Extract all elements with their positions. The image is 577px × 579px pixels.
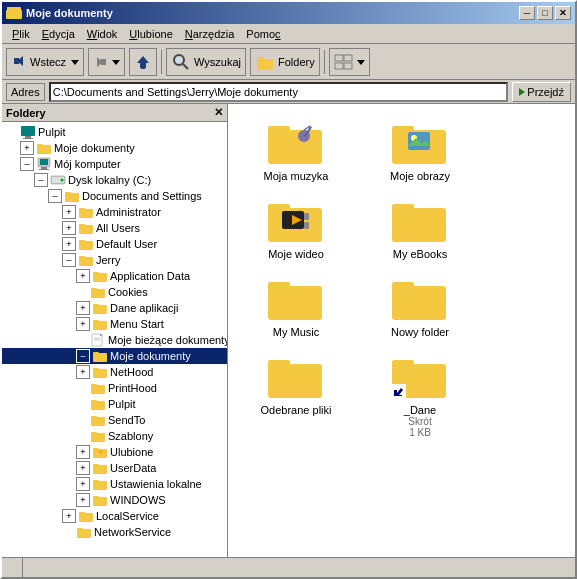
tree-item-moj-komputer[interactable]: – Mój komputer bbox=[2, 156, 227, 172]
folders-icon bbox=[255, 52, 275, 72]
up-button[interactable] bbox=[129, 48, 157, 76]
svg-rect-78 bbox=[268, 126, 290, 134]
search-btn-part[interactable]: Wyszukaj bbox=[167, 49, 245, 75]
menu-widok[interactable]: Widok bbox=[81, 26, 124, 42]
file-item-moje-obrazy[interactable]: Moje obrazy bbox=[360, 112, 480, 186]
view-icon bbox=[334, 54, 354, 70]
folders-btn-part[interactable]: Foldery bbox=[251, 49, 319, 75]
forward-btn-part[interactable] bbox=[89, 49, 124, 75]
my-music-label: My Music bbox=[273, 326, 319, 338]
file-item-moja-muzyka[interactable]: Moja muzyka bbox=[236, 112, 356, 186]
expand-moj-komputer[interactable]: – bbox=[20, 157, 34, 171]
svg-rect-72 bbox=[93, 496, 99, 499]
menu-edycja[interactable]: Edycja bbox=[36, 26, 81, 42]
tree-item-moje-dok-root[interactable]: + Moje dokumenty bbox=[2, 140, 227, 156]
svg-rect-53 bbox=[93, 352, 99, 355]
address-label: Adres bbox=[6, 83, 45, 101]
file-item-my-ebooks[interactable]: My eBooks bbox=[360, 190, 480, 264]
folder-panel-close[interactable]: ✕ bbox=[214, 106, 223, 119]
tree-item-doc-settings[interactable]: – Documents and Settings bbox=[2, 188, 227, 204]
tree-item-moje-dokumenty[interactable]: – Moje dokumenty bbox=[2, 348, 227, 364]
go-button[interactable]: Przejdź bbox=[512, 82, 571, 102]
tree-item-nethood[interactable]: + NetHood bbox=[2, 364, 227, 380]
expand-jerry[interactable]: – bbox=[62, 253, 76, 267]
forward-icon bbox=[93, 54, 109, 70]
menu-pomoc[interactable]: Pomoc bbox=[240, 26, 286, 42]
tree-item-printhood[interactable]: PrintHood bbox=[2, 380, 227, 396]
folders-button[interactable]: Foldery bbox=[250, 48, 320, 76]
folder-tree[interactable]: Pulpit + Moje dokumenty – bbox=[2, 122, 227, 557]
tree-item-administrator[interactable]: + Administrator bbox=[2, 204, 227, 220]
tree-item-local-service[interactable]: + LocalService bbox=[2, 508, 227, 524]
back-button[interactable]: Wstecz bbox=[7, 49, 83, 75]
expand-moje-dokumenty[interactable]: – bbox=[76, 349, 90, 363]
view-btn-part[interactable] bbox=[330, 49, 369, 75]
expand-local-service[interactable]: + bbox=[62, 509, 76, 523]
expand-windows[interactable]: + bbox=[76, 493, 90, 507]
tree-item-pulpit2[interactable]: Pulpit bbox=[2, 396, 227, 412]
expand-app-data[interactable]: + bbox=[76, 269, 90, 283]
expand-all-users[interactable]: + bbox=[62, 221, 76, 235]
tree-item-menu-start[interactable]: + Menu Start bbox=[2, 316, 227, 332]
expand-ulubione[interactable]: + bbox=[76, 445, 90, 459]
toolbar-sep-1 bbox=[161, 50, 162, 74]
tree-item-all-users[interactable]: + All Users bbox=[2, 220, 227, 236]
expand-dysk-c[interactable]: – bbox=[34, 173, 48, 187]
maximize-button[interactable]: □ bbox=[537, 6, 553, 20]
expand-userdata[interactable]: + bbox=[76, 461, 90, 475]
tree-item-moje-biezace[interactable]: Moje bieżące dokumenty bbox=[2, 332, 227, 348]
shortcut-icon bbox=[392, 384, 406, 398]
svg-rect-57 bbox=[91, 384, 97, 387]
tree-item-dysk-c[interactable]: – Dysk lokalny (C:) bbox=[2, 172, 227, 188]
tree-item-network-service[interactable]: NetworkService bbox=[2, 524, 227, 540]
back-label: Wstecz bbox=[30, 56, 66, 68]
tree-item-jerry[interactable]: – Jerry bbox=[2, 252, 227, 268]
file-item-odebrane[interactable]: Odebrane pliki bbox=[236, 346, 356, 442]
expand-doc-settings[interactable]: – bbox=[48, 189, 62, 203]
tree-item-dane-aplikacji[interactable]: + Dane aplikacji bbox=[2, 300, 227, 316]
tree-item-cookies[interactable]: Cookies bbox=[2, 284, 227, 300]
folder-icon-ustawienia bbox=[92, 477, 108, 491]
tree-item-szablony[interactable]: Szablony bbox=[2, 428, 227, 444]
back-arrow-icon bbox=[11, 53, 27, 71]
menu-ulubione[interactable]: Ulubione bbox=[123, 26, 178, 42]
minimize-button[interactable]: ─ bbox=[519, 6, 535, 20]
window-icon bbox=[6, 5, 22, 21]
svg-rect-35 bbox=[79, 224, 85, 227]
expand-moje-dok-root[interactable]: + bbox=[20, 141, 34, 155]
search-button[interactable]: Wyszukaj bbox=[166, 48, 246, 76]
address-input[interactable] bbox=[49, 82, 509, 102]
expand-nethood[interactable]: + bbox=[76, 365, 90, 379]
search-icon bbox=[171, 52, 191, 72]
tree-item-app-data[interactable]: + Application Data bbox=[2, 268, 227, 284]
tree-item-sendto[interactable]: SendTo bbox=[2, 412, 227, 428]
tree-item-ulubione[interactable]: + Ulubione bbox=[2, 444, 227, 460]
svg-rect-39 bbox=[79, 256, 85, 259]
file-item-moje-wideo[interactable]: Moje wideo bbox=[236, 190, 356, 264]
expand-menu-start[interactable]: + bbox=[76, 317, 90, 331]
tree-item-userdata[interactable]: + UserData bbox=[2, 460, 227, 476]
tree-item-default-user[interactable]: + Default User bbox=[2, 236, 227, 252]
expand-administrator[interactable]: + bbox=[62, 205, 76, 219]
file-item-nowy-folder[interactable]: Nowy folder bbox=[360, 268, 480, 342]
main-window: Moje dokumenty ─ □ ✕ Plik Edycja Widok U… bbox=[0, 0, 577, 579]
go-arrow-icon bbox=[519, 88, 525, 96]
tree-item-windows[interactable]: + WINDOWS bbox=[2, 492, 227, 508]
expand-dane[interactable]: + bbox=[76, 301, 90, 315]
file-item-my-music[interactable]: My Music bbox=[236, 268, 356, 342]
right-panel: Moja muzyka Moje obrazy bbox=[228, 104, 575, 557]
svg-rect-59 bbox=[91, 400, 97, 403]
forward-button[interactable] bbox=[88, 48, 125, 76]
view-button[interactable] bbox=[329, 48, 370, 76]
tree-item-ustawienia[interactable]: + Ustawienia lokalne bbox=[2, 476, 227, 492]
file-item-dane[interactable]: _Dane Skrót1 KB bbox=[360, 346, 480, 442]
expand-ustawienia[interactable]: + bbox=[76, 477, 90, 491]
menu-narzedzia[interactable]: Narzędzia bbox=[179, 26, 241, 42]
svg-rect-47 bbox=[93, 320, 99, 323]
tree-item-pulpit[interactable]: Pulpit bbox=[2, 124, 227, 140]
expand-default-user[interactable]: + bbox=[62, 237, 76, 251]
computer-icon bbox=[36, 157, 52, 171]
up-btn-part[interactable] bbox=[130, 49, 156, 75]
close-button[interactable]: ✕ bbox=[555, 6, 571, 20]
menu-plik[interactable]: Plik bbox=[6, 26, 36, 42]
